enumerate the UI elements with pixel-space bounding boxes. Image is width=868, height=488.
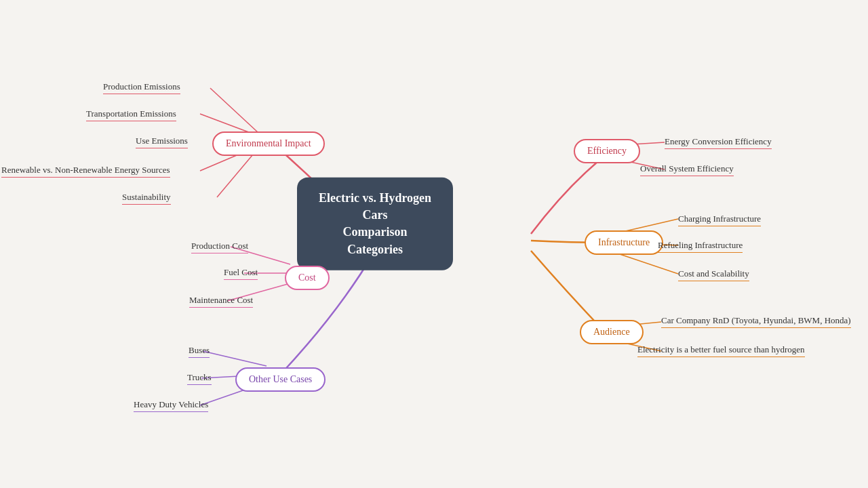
leaf-energy-conversion: Energy Conversion Efficiency (665, 136, 772, 149)
leaf-cost-scalability: Cost and Scalability (678, 268, 749, 281)
leaf-maintenance-cost: Maintenance Cost (189, 295, 253, 308)
infrastructure-label: Infrastructure (598, 237, 650, 248)
leaf-overall-system: Overall System Efficiency (640, 163, 734, 176)
svg-line-0 (210, 88, 258, 132)
infrastructure-branch[interactable]: Infrastructure (585, 230, 663, 255)
audience-label: Audience (593, 327, 630, 338)
leaf-transportation-emissions: Transportation Emissions (86, 108, 176, 121)
svg-line-15 (614, 252, 678, 274)
environmental-label: Environmental Impact (226, 138, 311, 149)
leaf-renewable: Renewable vs. Non-Renewable Energy Sourc… (1, 165, 170, 178)
svg-line-4 (217, 150, 256, 197)
leaf-electricity: Electricity is a better fuel source than… (637, 344, 805, 357)
leaf-heavy-duty: Heavy Duty Vehicles (134, 399, 208, 412)
leaf-production-emissions: Production Emissions (103, 81, 180, 94)
efficiency-label: Efficiency (587, 146, 627, 157)
leaf-use-emissions: Use Emissions (136, 136, 188, 148)
audience-branch[interactable]: Audience (580, 320, 644, 344)
other-branch[interactable]: Other Use Cases (235, 367, 326, 392)
svg-line-8 (203, 351, 267, 366)
leaf-trucks: Trucks (187, 372, 212, 385)
leaf-fuel-cost: Fuel Cost (224, 267, 258, 280)
environmental-branch[interactable]: Environmental Impact (212, 131, 325, 156)
cost-branch[interactable]: Cost (285, 266, 330, 290)
leaf-charging: Charging Infrastructure (678, 214, 761, 226)
other-label: Other Use Cases (249, 374, 312, 385)
center-node: Electric vs. Hydrogen Cars Comparison Ca… (297, 178, 453, 270)
leaf-refueling: Refueling Infrastructure (658, 240, 743, 253)
leaf-sustainability: Sustainability (122, 192, 171, 205)
leaf-buses: Buses (189, 345, 210, 358)
center-title: Electric vs. Hydrogen Cars Comparison Ca… (316, 190, 434, 258)
cost-label: Cost (298, 272, 316, 283)
efficiency-branch[interactable]: Efficiency (574, 139, 640, 163)
leaf-production-cost: Production Cost (191, 241, 248, 253)
leaf-car-company: Car Company RnD (Toyota, Hyundai, BWM, H… (661, 315, 851, 328)
